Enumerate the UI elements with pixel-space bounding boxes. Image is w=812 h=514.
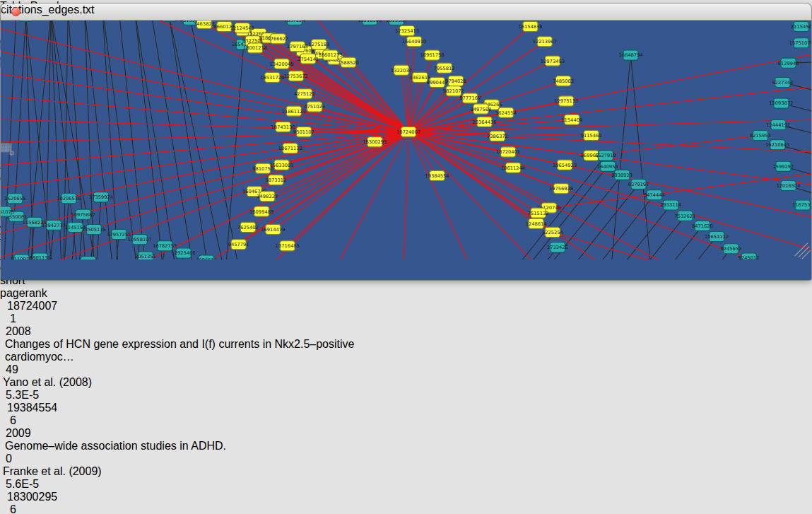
graph-node[interactable]: 1599297	[773, 161, 794, 171]
graph-node[interactable]: 12093872	[769, 98, 793, 108]
graph-node-label: 5225254	[542, 230, 563, 235]
graph-node[interactable]: 10654112	[705, 231, 729, 241]
network-graph: 1405575181506820691406961315780317511065…	[1, 4, 811, 259]
graph-node[interactable]: 3624554	[495, 107, 517, 117]
graph-node[interactable]: 4275122	[294, 89, 315, 99]
column-header-pagerank[interactable]: pagerank	[0, 287, 103, 300]
graph-node[interactable]: 18671133	[278, 144, 302, 153]
graph-node[interactable]: 16720401	[496, 147, 520, 157]
graph-node[interactable]: 7955812	[434, 63, 455, 73]
graph-node-label: 1588520	[338, 60, 359, 66]
graph-node[interactable]: 16961758	[420, 50, 444, 60]
graph-node[interactable]: 9457791	[228, 240, 249, 250]
graph-node[interactable]: 16648794	[618, 50, 642, 60]
graph-node[interactable]: 1797163	[287, 42, 308, 52]
graph-node[interactable]: 16154838	[518, 21, 542, 31]
graph-node[interactable]: 1588520	[338, 57, 359, 67]
graph-node[interactable]: 1275183	[308, 40, 329, 49]
network-canvas[interactable]: 1405575181506820691406961315780317511065…	[1, 4, 811, 262]
table-row[interactable]: 1830029562008Estimation of significance …	[0, 491, 812, 514]
graph-node[interactable]: 7515132	[528, 208, 549, 218]
graph-node[interactable]: 7485063	[553, 76, 574, 86]
graph-node[interactable]: 9810750	[252, 163, 273, 173]
graph-node[interactable]: 19654923	[553, 160, 577, 170]
close-window-button[interactable]	[11, 7, 20, 16]
graph-node[interactable]: 9821072	[443, 86, 464, 96]
graph-node[interactable]: 12925466	[172, 248, 196, 258]
graph-node[interactable]: 10973493	[541, 56, 565, 66]
graph-node[interactable]: 12325413	[395, 25, 419, 35]
graph-node[interactable]: 16210643	[765, 140, 789, 150]
graph-node-label: 9227343	[772, 80, 794, 86]
graph-node[interactable]: 10611244	[501, 163, 525, 173]
graph-node[interactable]: 7532621	[675, 211, 696, 221]
graph-node-label: 7485063	[553, 78, 574, 84]
graph-node[interactable]: 1248614	[526, 218, 547, 228]
graph-node[interactable]: 8215953	[750, 131, 771, 141]
graph-node[interactable]: 4751023	[304, 102, 325, 112]
graph-node[interactable]: 16099489	[249, 206, 273, 216]
zoom-window-button[interactable]	[1, 7, 10, 16]
graph-node[interactable]: 10958107	[128, 235, 152, 245]
graph-node[interactable]: 7386372	[487, 132, 508, 141]
graph-node[interactable]: 2754141	[298, 54, 319, 64]
graph-node[interactable]: 13716485	[276, 241, 300, 251]
graph-node[interactable]: 7625402	[237, 222, 259, 232]
graph-node[interactable]: 9474444	[644, 190, 665, 200]
graph-node[interactable]: 19384554	[425, 170, 449, 180]
graph-node[interactable]: 9245012	[739, 253, 760, 259]
graph-node[interactable]: 16782753	[153, 241, 177, 251]
graph-node-label: 12753672	[284, 74, 308, 79]
graph-node[interactable]: 6527919	[595, 151, 616, 160]
citation-edge-black	[119, 11, 149, 259]
graph-node[interactable]: 12975133	[554, 96, 578, 106]
graph-node[interactable]: 1733426	[547, 243, 568, 252]
graph-node[interactable]: 8471626	[692, 221, 713, 230]
graph-node[interactable]: 1097550	[78, 257, 99, 259]
graph-node[interactable]: 9245652	[721, 244, 742, 254]
graph-node[interactable]: 2933114	[660, 200, 681, 210]
graph-node[interactable]: 20206536	[57, 194, 81, 204]
graph-node[interactable]: 5873312	[266, 175, 287, 185]
graph-node-label: 12925466	[172, 250, 196, 256]
table-row[interactable]: 1938455462009Genome–wide association stu…	[0, 402, 812, 491]
graph-node-label: 10611244	[501, 165, 525, 171]
graph-node[interactable]: 1096513	[196, 255, 217, 259]
window-titlebar[interactable]: citations_edges.txt	[1, 4, 811, 21]
graph-node[interactable]: 9110975	[11, 255, 33, 259]
graph-node[interactable]: 9777169	[459, 93, 481, 103]
graph-node-label: 9501107	[293, 129, 314, 135]
graph-node[interactable]: 1154409	[561, 115, 582, 124]
graph-node-label: 13420049	[270, 62, 294, 67]
graph-node-label: 1599297	[773, 164, 794, 170]
graph-node[interactable]: 1498222	[257, 192, 278, 201]
citation-edge-black	[85, 11, 95, 259]
graph-node[interactable]: 5225254	[542, 227, 563, 237]
graph-node[interactable]: 16640910	[402, 37, 426, 47]
graph-node[interactable]: 2620655	[4, 194, 25, 204]
table-row[interactable]: 1872400712008Changes of HCN gene express…	[0, 300, 812, 402]
graph-node[interactable]: 15751074	[789, 38, 811, 48]
graph-node[interactable]: 12213967	[533, 37, 557, 47]
graph-node[interactable]: 9794028	[445, 76, 466, 86]
graph-node-label: 12975133	[554, 98, 578, 104]
graph-node[interactable]: 1322037	[391, 65, 412, 75]
graph-node[interactable]: 8938923	[611, 170, 632, 180]
graph-node[interactable]: 18743130	[271, 122, 295, 132]
graph-node[interactable]: 1766627	[268, 34, 289, 44]
graph-node[interactable]: 17359924	[89, 192, 113, 202]
graph-node[interactable]: 9497568	[471, 104, 492, 114]
minimize-window-button[interactable]	[25, 7, 35, 16]
graph-node[interactable]: 9115460	[581, 131, 602, 141]
citation-edge-black	[662, 237, 717, 259]
graph-node[interactable]: 1167533	[792, 200, 811, 210]
graph-node[interactable]: 9227343	[772, 77, 794, 87]
graph-node[interactable]: 2051351	[135, 252, 156, 259]
graph-node[interactable]: 6379197	[628, 179, 649, 189]
graph-node[interactable]: 1640954	[597, 161, 618, 171]
graph-node[interactable]: 2115450	[791, 21, 811, 31]
graph-node[interactable]: 9990443	[427, 77, 448, 87]
graph-node[interactable]: 5901135	[30, 253, 51, 259]
graph-node[interactable]: 9501107	[293, 127, 314, 136]
graph-node[interactable]: 9129946	[778, 58, 799, 68]
